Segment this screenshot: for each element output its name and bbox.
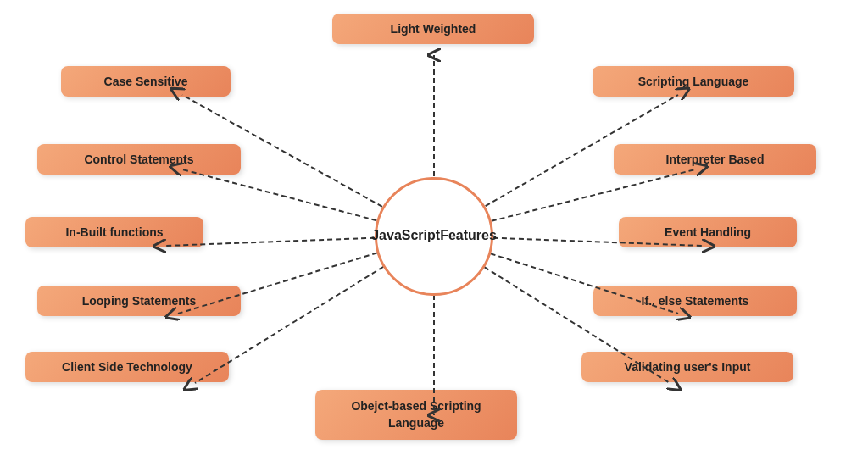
feature-scripting-language: Scripting Language: [593, 66, 794, 97]
diagram-container: JavaScript Features Light Weighted Scrip…: [0, 0, 868, 472]
feature-looping: Looping Statements: [37, 286, 241, 316]
feature-inbuilt: In-Built functions: [25, 217, 203, 247]
feature-control: Control Statements: [37, 144, 241, 175]
center-label: JavaScript: [371, 226, 440, 245]
feature-if-else: If.. else Statements: [593, 286, 797, 316]
center-label2: Features: [440, 226, 497, 245]
feature-event-handling: Event Handling: [619, 217, 797, 247]
object-label: Obejct-based Scripting Language: [351, 399, 481, 430]
center-circle: JavaScript Features: [375, 177, 493, 296]
feature-light-weighted: Light Weighted: [332, 14, 534, 44]
feature-interpreter-based: Interpreter Based: [614, 144, 816, 175]
feature-case-sensitive: Case Sensitive: [61, 66, 231, 97]
feature-validating-input: Validating user's Input: [581, 352, 793, 382]
feature-object-based: Obejct-based Scripting Language: [315, 390, 517, 440]
feature-client-side: Client Side Technology: [25, 352, 229, 382]
